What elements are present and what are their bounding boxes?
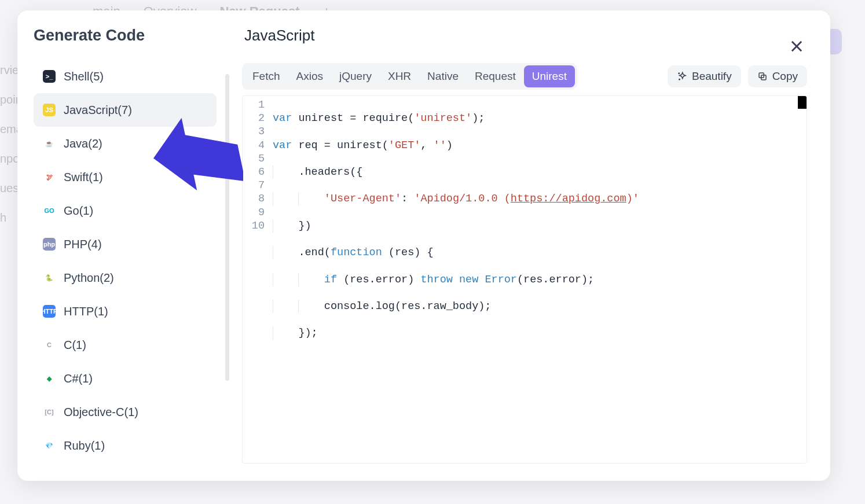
sidebar-title: Generate Code [34,27,217,45]
code-token: }) [273,220,311,232]
language-list: >_Shell(5)JSJavaScript(7)☕Java(2)🕊Swift(… [34,60,217,462]
language-item-c[interactable]: CC(1) [34,328,217,362]
generate-code-modal: Generate Code >_Shell(5)JSJavaScript(7)☕… [17,10,830,481]
close-button[interactable] [789,38,805,54]
code-token: .headers({ [273,166,362,178]
code-token: .end( [273,247,331,259]
code-token: function [331,247,382,259]
tab-axios[interactable]: Axios [288,65,331,87]
code-token: }); [273,327,318,339]
code-token: ) [446,139,453,152]
code-toolbar: FetchAxiosjQueryXHRNativeRequestUnirest … [242,63,807,90]
code-token: '' [434,139,446,152]
code-editor[interactable]: 12345678910 var unirest = require('unire… [242,95,807,463]
language-label: Go(1) [64,204,93,218]
beautify-button[interactable]: Beautify [668,65,741,87]
code-token: )' [626,193,639,205]
code-token: https://apidog.com [511,193,626,205]
objective-c-icon: [C] [43,406,56,418]
wand-icon [677,71,687,82]
line-number: 7 [243,179,266,192]
scrollbar[interactable] [225,74,229,381]
line-number: 3 [243,125,266,138]
panel-title: JavaScript [242,27,807,45]
line-number: 2 [243,112,266,125]
code-panel: JavaScript FetchAxiosjQueryXHRNativeRequ… [233,10,830,481]
copy-button[interactable]: Copy [748,65,807,87]
beautify-label: Beautify [692,70,732,83]
code-token: throw [420,274,453,286]
language-item-http[interactable]: HTTPHTTP(1) [34,295,217,328]
code-token: 'GET' [388,139,421,152]
language-item-ruby[interactable]: 💎Ruby(1) [34,429,217,462]
code-token: new [459,274,478,286]
code-token [478,274,485,286]
tab-xhr[interactable]: XHR [380,65,419,87]
code-token: var [273,139,292,152]
copy-label: Copy [772,70,798,83]
c--icon: ◆ [43,372,56,385]
python-icon: 🐍 [43,271,56,284]
language-item-go[interactable]: GOGo(1) [34,194,217,227]
language-label: Swift(1) [64,171,103,184]
code-token: ); [472,112,485,124]
line-number: 4 [243,139,266,152]
java-icon: ☕ [43,137,56,150]
line-number: 9 [243,206,266,219]
php-icon: php [43,238,56,251]
language-item-objective-c[interactable]: [C]Objective-C(1) [34,395,217,429]
line-gutter: 12345678910 [243,98,266,233]
code-token: (res.error) [337,274,420,286]
code-token: : [401,193,414,205]
close-icon [789,38,805,54]
language-item-swift[interactable]: 🕊Swift(1) [34,160,217,194]
code-token: 'Apidog/1.0.0 ( [414,193,511,205]
line-number: 8 [243,192,266,205]
javascript-icon: JS [43,104,56,116]
code-token: unirest = require( [292,112,414,124]
line-number: 6 [243,165,266,179]
code-token: 'unirest' [414,112,472,124]
language-sidebar: Generate Code >_Shell(5)JSJavaScript(7)☕… [17,10,233,481]
language-label: HTTP(1) [64,305,108,318]
language-label: Shell(5) [64,70,104,83]
http-icon: HTTP [43,305,56,318]
language-item-php[interactable]: phpPHP(4) [34,227,217,261]
line-number: 1 [243,98,266,112]
code-content: var unirest = require('unirest'); var re… [273,98,803,393]
code-token: , [420,139,433,152]
language-item-python[interactable]: 🐍Python(2) [34,261,217,295]
shell-icon: >_ [43,70,56,83]
language-item-c-[interactable]: ◆C#(1) [34,362,217,395]
c-icon: C [43,339,56,351]
code-token: console.log(res.raw_body); [273,300,491,312]
language-item-shell[interactable]: >_Shell(5) [34,60,217,93]
tab-fetch[interactable]: Fetch [244,65,288,87]
line-number: 10 [243,219,266,233]
swift-icon: 🕊 [43,171,56,183]
language-label: Python(2) [64,271,114,285]
language-label: JavaScript(7) [64,104,132,117]
code-token: var [273,112,292,124]
code-token: 'User-Agent' [324,193,401,205]
language-label: PHP(4) [64,238,102,251]
language-label: Java(2) [64,137,102,150]
language-label: Objective-C(1) [64,406,138,419]
code-token: req = unirest( [292,139,388,152]
code-token [453,274,459,286]
tab-request[interactable]: Request [467,65,524,87]
go-icon: GO [43,204,56,217]
code-token: Error [485,274,517,286]
code-token: (res) { [382,247,434,259]
language-label: C#(1) [64,372,93,385]
tab-unirest[interactable]: Unirest [524,65,575,87]
line-number: 5 [243,152,266,165]
tab-native[interactable]: Native [419,65,467,87]
language-item-java[interactable]: ☕Java(2) [34,127,217,160]
tab-jquery[interactable]: jQuery [331,65,380,87]
code-token: (res.error); [517,274,594,286]
language-item-javascript[interactable]: JSJavaScript(7) [34,93,217,127]
copy-icon [757,71,768,82]
code-token: if [324,274,337,286]
language-label: Ruby(1) [64,439,105,453]
